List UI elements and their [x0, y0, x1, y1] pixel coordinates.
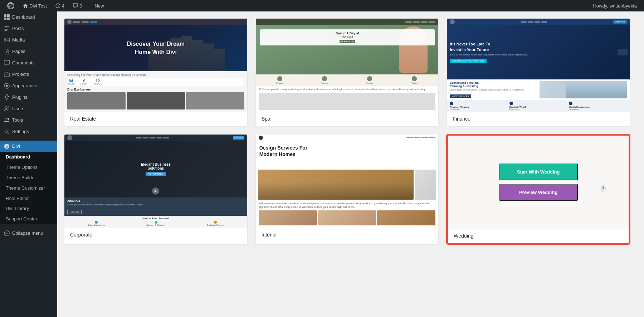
- settings-label: Settings: [12, 129, 29, 135]
- start-with-wedding-button[interactable]: Start With Wedding: [499, 164, 578, 180]
- adminbar-new[interactable]: + New: [87, 0, 107, 11]
- svg-point-7: [5, 39, 6, 40]
- collapse-icon: [4, 230, 10, 236]
- submenu-divi-library-label: Divi Library: [6, 206, 29, 212]
- settings-icon: [4, 128, 10, 135]
- submenu-theme-options[interactable]: Theme Options: [0, 162, 57, 173]
- site-name: Divi Test: [29, 3, 47, 9]
- submenu-role-editor-label: Role Editor: [6, 196, 29, 202]
- theme-preview-interior: Design Services ForModern Homes With a p…: [256, 135, 439, 228]
- submenu-theme-options-label: Theme Options: [6, 165, 38, 171]
- adminbar-comments[interactable]: 0: [69, 0, 86, 11]
- svg-rect-6: [4, 38, 9, 42]
- appearance-label: Appearance: [12, 83, 37, 89]
- theme-title-wedding: Wedding: [448, 229, 629, 243]
- submenu-theme-builder-label: Theme Builder: [6, 175, 36, 181]
- sidebar-item-appearance[interactable]: Appearance: [0, 80, 57, 92]
- sidebar-item-posts[interactable]: Posts: [0, 23, 57, 34]
- divi-label: Divi: [12, 143, 20, 150]
- submenu-support-center[interactable]: Support Center: [0, 214, 57, 224]
- submenu-theme-customizer-label: Theme Customizer: [6, 185, 45, 191]
- admin-bar: Divi Test 4 0 + New Howdy, writtenbyekta: [0, 0, 644, 11]
- submenu-theme-builder[interactable]: Theme Builder: [0, 173, 57, 183]
- wp-icon: [7, 2, 14, 9]
- updates-icon: [55, 3, 60, 8]
- comments-icon: [73, 3, 78, 8]
- theme-card-finance[interactable]: CONTACT It's Never Too Late ToInvest In …: [447, 19, 630, 126]
- svg-rect-3: [7, 14, 10, 17]
- pages-icon: [4, 48, 10, 55]
- submenu-theme-customizer[interactable]: Theme Customizer: [0, 183, 57, 194]
- users-icon: [4, 106, 10, 112]
- sidebar-item-users[interactable]: Users: [0, 103, 57, 114]
- main-content: Discover Your DreamHome With Divi Search…: [57, 11, 644, 317]
- divi-submenu: Dashboard Theme Options Theme Builder Th…: [0, 152, 57, 224]
- sidebar-item-pages[interactable]: Pages: [0, 46, 57, 57]
- svg-point-10: [6, 85, 8, 87]
- adminbar-site[interactable]: Divi Test: [19, 0, 50, 11]
- submenu-dashboard[interactable]: Dashboard: [0, 152, 57, 162]
- dashboard-label: Dashboard: [12, 14, 35, 20]
- svg-point-11: [5, 107, 7, 108]
- user-greeting: Howdy, writtenbyekta: [593, 3, 637, 9]
- svg-point-12: [8, 107, 9, 108]
- theme-card-interior[interactable]: Design Services ForModern Homes With a p…: [256, 135, 439, 244]
- svg-point-13: [6, 131, 8, 133]
- pages-label: Pages: [12, 49, 25, 55]
- theme-card-spa[interactable]: Spend A Day atthe Spa BOOK NOW Feature F…: [256, 19, 439, 126]
- theme-card-wedding[interactable]: Start With Wedding Preview Wedding 🖱️ We…: [447, 135, 630, 244]
- theme-title-real-estate: Real Estate: [64, 112, 247, 126]
- media-icon: [4, 37, 10, 43]
- theme-card-real-estate[interactable]: Discover Your DreamHome With Divi Search…: [64, 19, 247, 126]
- submenu-dashboard-label: Dashboard: [6, 154, 30, 160]
- svg-rect-4: [4, 18, 6, 20]
- theme-preview-real-estate: Discover Your DreamHome With Divi Search…: [64, 19, 247, 112]
- wp-logo-item[interactable]: [4, 0, 18, 11]
- sidebar-item-tools[interactable]: Tools: [0, 114, 57, 126]
- submenu-divi-library[interactable]: Divi Library: [0, 204, 57, 214]
- divi-icon: D: [4, 143, 10, 150]
- adminbar-updates[interactable]: 4: [52, 0, 68, 11]
- home-icon: [23, 3, 28, 8]
- sidebar: Dashboard Posts Media Pages Comments Pro…: [0, 11, 57, 317]
- theme-title-interior: Interior: [256, 228, 439, 242]
- sidebar-item-projects[interactable]: Projects: [0, 69, 57, 80]
- theme-title-finance: Finance: [447, 112, 630, 126]
- svg-rect-5: [7, 18, 10, 20]
- theme-title-spa: Spa: [256, 112, 439, 126]
- sidebar-item-settings[interactable]: Settings: [0, 126, 57, 137]
- comments-label: Comments: [12, 60, 35, 66]
- theme-preview-spa: Spend A Day atthe Spa BOOK NOW Feature F…: [256, 19, 439, 112]
- sidebar-item-divi[interactable]: D Divi: [0, 141, 57, 152]
- theme-grid: Discover Your DreamHome With Divi Search…: [64, 19, 630, 244]
- collapse-menu[interactable]: Collapse menu: [0, 228, 57, 239]
- projects-label: Projects: [12, 72, 29, 78]
- theme-preview-finance: CONTACT It's Never Too Late ToInvest In …: [447, 19, 630, 112]
- sidebar-item-plugins[interactable]: Plugins: [0, 92, 57, 103]
- svg-text:D: D: [6, 145, 8, 148]
- sidebar-item-comments[interactable]: Comments: [0, 57, 57, 69]
- theme-preview-wedding: Start With Wedding Preview Wedding 🖱️: [448, 136, 629, 229]
- submenu-support-center-label: Support Center: [6, 216, 37, 222]
- theme-preview-corporate: CONTACT Elegant BusinessSolutions GET ST…: [64, 135, 247, 228]
- sidebar-item-media[interactable]: Media: [0, 34, 57, 46]
- submenu-role-editor[interactable]: Role Editor: [0, 194, 57, 204]
- comments-side-icon: [4, 60, 10, 66]
- theme-card-corporate[interactable]: CONTACT Elegant BusinessSolutions GET ST…: [64, 135, 247, 244]
- media-label: Media: [12, 37, 25, 43]
- dashboard-icon: [4, 14, 10, 20]
- preview-wedding-button[interactable]: Preview Wedding: [499, 184, 578, 201]
- adminbar-user[interactable]: Howdy, writtenbyekta: [589, 0, 640, 11]
- plugins-label: Plugins: [12, 94, 28, 101]
- collapse-label: Collapse menu: [12, 230, 43, 236]
- plugins-icon: [4, 94, 10, 101]
- posts-label: Posts: [12, 26, 24, 32]
- updates-count: 4: [62, 3, 64, 9]
- theme-title-corporate: Corporate: [64, 228, 247, 242]
- sidebar-item-dashboard[interactable]: Dashboard: [0, 11, 57, 23]
- comments-count: 0: [79, 3, 82, 9]
- new-label: + New: [91, 3, 104, 9]
- projects-icon: [4, 71, 10, 78]
- tools-icon: [4, 117, 10, 123]
- posts-icon: [4, 25, 10, 32]
